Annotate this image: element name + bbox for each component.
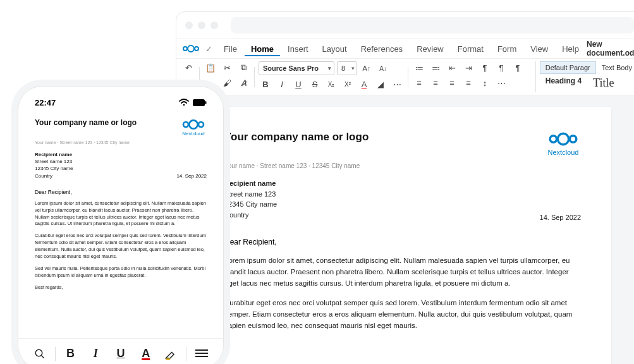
svg-point-6 [183, 104, 185, 106]
outdent-button[interactable]: ⇤ [445, 61, 459, 74]
svg-point-4 [558, 133, 568, 144]
m-company-logo: Nextcloud [180, 118, 207, 136]
font-color-button[interactable]: A [357, 78, 371, 90]
m-salutation: Dear Recipient, [35, 189, 207, 195]
mobile-frame: 22:47 Your company name or logo Nextclou… [18, 86, 224, 364]
align-center-button[interactable]: ≡ [429, 76, 442, 89]
svg-point-9 [183, 122, 188, 127]
svg-point-1 [188, 46, 194, 52]
m-recipient-name: Recipient name [35, 151, 207, 158]
copy-button[interactable]: ⧉ [236, 61, 250, 74]
align-left-button[interactable]: ≡ [412, 76, 426, 89]
line-spacing-button[interactable]: ↕ [478, 76, 492, 89]
format-paint-button[interactable]: 🖌 [220, 76, 234, 89]
m-para2: Curabitur eget eros nec orci volutpat se… [35, 233, 207, 260]
notch [89, 95, 146, 109]
salutation: Dear Recipient, [224, 238, 581, 246]
svg-rect-8 [205, 101, 207, 104]
menu-file[interactable]: File [217, 42, 243, 56]
style-title[interactable]: Title [587, 74, 619, 92]
style-heading4[interactable]: Heading 4 [540, 74, 587, 92]
underline-button[interactable]: U [291, 78, 305, 90]
highlight-button[interactable]: ◢ [374, 78, 387, 90]
company-heading: Your company name or logo [224, 131, 369, 143]
svg-point-2 [195, 47, 198, 51]
style-textbody[interactable]: Text Body [596, 61, 634, 74]
recipient-city: 12345 City name [224, 199, 581, 210]
shrink-font-button[interactable]: A↓ [376, 62, 390, 75]
italic-button[interactable]: I [275, 78, 289, 90]
menu-form[interactable]: Form [491, 42, 523, 56]
divider [186, 347, 186, 361]
pilcrow-button[interactable]: ¶ [511, 61, 525, 74]
m-letter-date: 14. Sep 2022 [35, 173, 207, 179]
svg-point-10 [189, 120, 197, 128]
m-align-button[interactable] [192, 344, 212, 364]
ltr-button[interactable]: ¶ [478, 61, 492, 74]
m-font-color-button[interactable]: A [136, 344, 156, 364]
menu-format[interactable]: Format [451, 42, 490, 56]
paste-button[interactable]: 📋 [204, 61, 217, 74]
letter-date: 14. Sep 2022 [224, 214, 581, 221]
m-para1: Lorem ipsum dolor sit amet, consectetur … [35, 200, 207, 228]
bullets-button[interactable]: ≔ [412, 61, 426, 74]
m-recipient-street: Street name 123 [35, 158, 207, 165]
menu-references[interactable]: References [355, 42, 409, 56]
grow-font-button[interactable]: A↑ [360, 62, 374, 75]
mobile-document[interactable]: Your company name or logo Nextcloud Your… [18, 112, 223, 333]
bold-button[interactable]: B [259, 78, 272, 90]
m-highlight-button[interactable] [161, 344, 181, 364]
style-default[interactable]: Default Paragr [540, 61, 596, 74]
close-dot[interactable] [185, 21, 193, 29]
nextcloud-logo-icon [181, 44, 200, 54]
svg-line-13 [41, 355, 44, 358]
status-bar: 22:47 [18, 87, 223, 112]
m-closing: Best regards, [35, 284, 207, 291]
m-search-button[interactable] [30, 344, 50, 364]
toolbar: ↶ ↷ 📋 ▾ ✂ ⧉ 🖌 A̷ Source Sans Pro 8 A↑ A↓ [176, 59, 634, 95]
font-family-select[interactable]: Source Sans Pro [259, 61, 334, 75]
document-canvas[interactable]: Your company name or logo Nextcloud Your… [176, 95, 634, 364]
svg-point-0 [183, 47, 187, 51]
menu-view[interactable]: View [524, 42, 554, 56]
m-italic-button[interactable]: I [85, 344, 106, 364]
char-more-button[interactable]: ⋯ [390, 78, 404, 90]
svg-point-12 [35, 349, 42, 356]
strike-button[interactable]: S [308, 78, 322, 90]
document-page[interactable]: Your company name or logo Nextcloud Your… [194, 107, 611, 364]
align-right-button[interactable]: ≡ [445, 76, 459, 89]
m-recipient-city: 12345 City name [35, 165, 207, 172]
save-check-icon[interactable]: ✓ [205, 44, 212, 54]
menu-help[interactable]: Help [556, 42, 585, 56]
numbering-button[interactable]: ≕ [429, 61, 442, 74]
menu-insert[interactable]: Insert [281, 42, 315, 56]
cut-button[interactable]: ✂ [220, 61, 234, 74]
indent-button[interactable]: ⇥ [461, 61, 475, 74]
url-bar[interactable] [231, 17, 634, 33]
window-controls[interactable] [185, 21, 218, 29]
undo-button[interactable]: ↶ [181, 61, 195, 74]
m-bold-button[interactable]: B [60, 344, 80, 364]
subscript-button[interactable]: X₂ [324, 78, 338, 90]
m-sender-address: Your name · Street name 123 · 12345 City… [35, 140, 207, 145]
body-paragraph-1: Lorem ipsum dolor sit amet, consectetur … [224, 255, 581, 289]
align-justify-button[interactable]: ≡ [461, 76, 475, 89]
body-paragraph-2: Curabitur eget eros nec orci volutpat se… [224, 298, 581, 331]
min-dot[interactable] [198, 21, 205, 29]
company-logo: Nextcloud [546, 131, 581, 156]
style-gallery[interactable]: Default Paragr Text Body Heading 4 Title [535, 61, 634, 92]
m-underline-button[interactable]: U [111, 344, 131, 364]
rtl-button[interactable]: ¶ [494, 61, 508, 74]
para-more-button[interactable]: ⋯ [494, 76, 508, 89]
menu-home[interactable]: Home [245, 42, 280, 56]
max-dot[interactable] [210, 21, 218, 29]
menu-layout[interactable]: Layout [316, 42, 353, 56]
divider [55, 347, 56, 361]
m-company-heading: Your company name or logo [35, 118, 137, 127]
clear-format-button[interactable]: A̷ [236, 76, 250, 89]
menu-review[interactable]: Review [410, 42, 450, 56]
sender-address-line: Your name · Street name 123 · 12345 City… [224, 162, 581, 169]
superscript-button[interactable]: X² [341, 78, 355, 90]
font-size-select[interactable]: 8 [337, 61, 357, 75]
window-titlebar [176, 12, 634, 39]
